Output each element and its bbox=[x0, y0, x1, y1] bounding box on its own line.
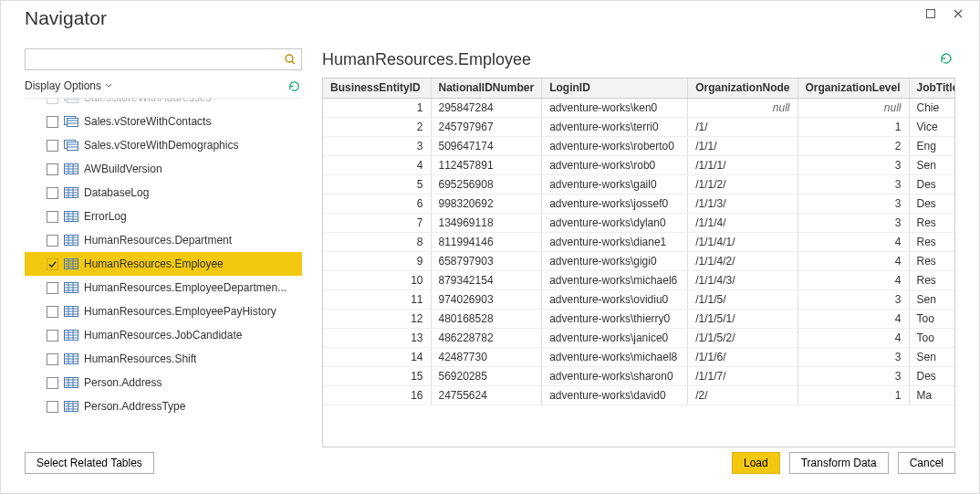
table-row[interactable]: 12480168528adventure-works\thierry0/1/1/… bbox=[323, 309, 954, 328]
tree-item[interactable]: HumanResources.EmployeeDepartmen... bbox=[25, 276, 302, 300]
select-related-tables-button[interactable]: Select Related Tables bbox=[25, 452, 154, 474]
cell: 14 bbox=[323, 347, 431, 366]
tree-item[interactable]: ErrorLog bbox=[25, 205, 302, 228]
table-row[interactable]: 4112457891adventure-works\rob0/1/1/1/3Se… bbox=[323, 155, 954, 174]
tree-item-label: HumanResources.EmployeeDepartmen... bbox=[84, 281, 287, 294]
table-row[interactable]: 10879342154adventure-works\michael6/1/1/… bbox=[323, 270, 954, 289]
transform-data-button[interactable]: Transform Data bbox=[789, 452, 889, 474]
close-icon bbox=[953, 8, 964, 19]
close-button[interactable] bbox=[944, 4, 972, 24]
column-header[interactable]: LoginID bbox=[542, 79, 688, 98]
refresh-tree-button[interactable] bbox=[286, 78, 302, 94]
cell: /1/1/ bbox=[688, 136, 798, 155]
cancel-button[interactable]: Cancel bbox=[898, 452, 955, 474]
cell: 480168528 bbox=[431, 309, 542, 328]
cell: /1/1/4/3/ bbox=[688, 270, 798, 289]
cell: Sen bbox=[909, 155, 954, 174]
table-row[interactable]: 11974026903adventure-works\ovidiu0/1/1/5… bbox=[323, 289, 954, 309]
checkbox[interactable] bbox=[47, 98, 58, 104]
column-header[interactable]: OrganizationNode bbox=[688, 79, 798, 98]
load-button[interactable]: Load bbox=[732, 452, 780, 474]
checkbox[interactable] bbox=[47, 401, 58, 413]
checkbox[interactable] bbox=[47, 282, 58, 294]
table-row[interactable]: 6998320692adventure-works\jossef0/1/1/3/… bbox=[323, 194, 954, 213]
search-button[interactable] bbox=[279, 49, 301, 69]
cell: adventure-works\michael8 bbox=[542, 347, 688, 366]
table-row[interactable]: 1442487730adventure-works\michael8/1/1/6… bbox=[323, 347, 954, 366]
table-icon bbox=[64, 329, 78, 342]
cell: 15 bbox=[323, 366, 431, 385]
tree-item[interactable]: AWBuildVersion bbox=[25, 157, 302, 181]
table-row[interactable]: 1624755624adventure-works\david0/2/1Ma bbox=[323, 385, 954, 405]
cell: 3 bbox=[798, 194, 909, 213]
cell: 6 bbox=[323, 194, 431, 213]
cell: Des bbox=[909, 194, 954, 213]
titlebar: Navigator bbox=[1, 1, 979, 25]
cell: 112457891 bbox=[431, 155, 542, 174]
checkbox[interactable] bbox=[47, 306, 58, 318]
column-header[interactable]: JobTitle bbox=[909, 79, 954, 98]
table-row[interactable]: 7134969118adventure-works\dylan0/1/1/4/3… bbox=[323, 213, 954, 232]
display-options-dropdown[interactable]: Display Options bbox=[25, 79, 112, 92]
cell: Res bbox=[909, 251, 954, 270]
table-row[interactable]: 1295847284adventure-works\ken0nullnullCh… bbox=[323, 98, 954, 117]
table-header-row: BusinessEntityIDNationalIDNumberLoginIDO… bbox=[323, 79, 954, 98]
maximize-button[interactable] bbox=[917, 4, 944, 24]
tree-item[interactable]: HumanResources.EmployeePayHistory bbox=[25, 300, 302, 323]
checkbox[interactable] bbox=[47, 140, 58, 152]
cell: 1 bbox=[323, 98, 431, 117]
tree-item[interactable]: HumanResources.Employee bbox=[25, 252, 302, 276]
tree-item[interactable]: Person.Address bbox=[25, 371, 302, 394]
tree-item[interactable]: HumanResources.Department bbox=[25, 228, 302, 252]
table-icon bbox=[64, 163, 78, 175]
tree-item[interactable]: DatabaseLog bbox=[25, 181, 302, 205]
footer: Select Related Tables Load Transform Dat… bbox=[1, 447, 979, 493]
cell: 9 bbox=[323, 251, 431, 270]
refresh-icon bbox=[287, 79, 301, 93]
table-row[interactable]: 2245797967adventure-works\terri0/1/1Vice bbox=[323, 117, 954, 136]
tree-item[interactable]: Person.AddressType bbox=[25, 394, 302, 418]
cell: /1/1/1/ bbox=[688, 155, 798, 174]
refresh-preview-button[interactable] bbox=[939, 51, 955, 68]
table-row[interactable]: 3509647174adventure-works\roberto0/1/1/2… bbox=[323, 136, 954, 155]
checkbox[interactable] bbox=[47, 258, 58, 270]
cell: 3 bbox=[798, 347, 909, 366]
checkbox[interactable] bbox=[47, 353, 58, 365]
options-row: Display Options bbox=[25, 76, 302, 96]
table-icon bbox=[64, 210, 78, 223]
table-row[interactable]: 1556920285adventure-works\sharon0/1/1/7/… bbox=[323, 366, 954, 385]
table-row[interactable]: 8811994146adventure-works\diane1/1/1/4/1… bbox=[323, 232, 954, 251]
cell: 16 bbox=[323, 385, 431, 405]
checkbox[interactable] bbox=[47, 116, 58, 128]
checkbox[interactable] bbox=[47, 235, 58, 247]
tree-item[interactable]: Sales.vStoreWithContacts bbox=[25, 110, 302, 133]
tree-item-label: HumanResources.Employee bbox=[84, 258, 224, 270]
table-row[interactable]: 9658797903adventure-works\gigi0/1/1/4/2/… bbox=[323, 251, 954, 270]
cell: 4 bbox=[798, 251, 909, 270]
display-options-label: Display Options bbox=[25, 79, 101, 92]
cell: Des bbox=[909, 366, 954, 385]
column-header[interactable]: BusinessEntityID bbox=[323, 79, 431, 98]
object-tree[interactable]: SalesStoreWithAddressesSales.vStoreWithC… bbox=[25, 98, 302, 447]
data-grid-scroll[interactable]: BusinessEntityIDNationalIDNumberLoginIDO… bbox=[323, 79, 954, 447]
cell: 24755624 bbox=[431, 385, 542, 405]
cell: adventure-works\jossef0 bbox=[542, 194, 688, 213]
tree-item[interactable]: SalesStoreWithAddresses bbox=[25, 98, 302, 110]
cell: /1/1/5/ bbox=[688, 289, 798, 309]
checkbox[interactable] bbox=[47, 330, 58, 342]
tree-item[interactable]: Sales.vStoreWithDemographics bbox=[25, 133, 302, 157]
checkbox[interactable] bbox=[47, 211, 58, 223]
cell: 4 bbox=[798, 309, 909, 328]
search-input[interactable] bbox=[26, 49, 279, 69]
checkbox[interactable] bbox=[47, 163, 58, 175]
checkbox[interactable] bbox=[47, 377, 58, 389]
table-icon bbox=[64, 281, 78, 294]
tree-item[interactable]: HumanResources.Shift bbox=[25, 347, 302, 371]
table-row[interactable]: 13486228782adventure-works\janice0/1/1/5… bbox=[323, 328, 954, 347]
table-row[interactable]: 5695256908adventure-works\gail0/1/1/2/3D… bbox=[323, 174, 954, 194]
checkbox[interactable] bbox=[47, 187, 58, 199]
tree-item[interactable]: HumanResources.JobCandidate bbox=[25, 323, 302, 347]
column-header[interactable]: NationalIDNumber bbox=[431, 79, 542, 98]
column-header[interactable]: OrganizationLevel bbox=[798, 79, 909, 98]
cell: /1/1/4/ bbox=[688, 213, 798, 232]
